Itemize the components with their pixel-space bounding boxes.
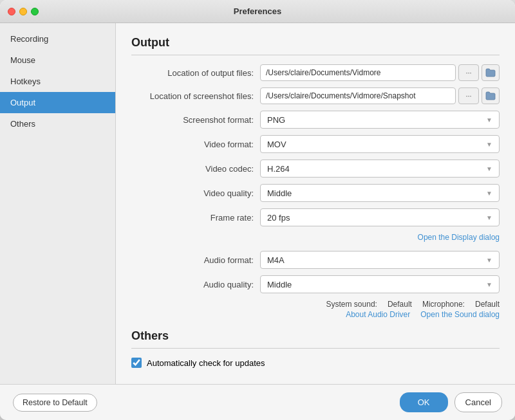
microphone-value: Default	[475, 300, 500, 309]
auto-update-label: Automatically check for updates	[147, 358, 265, 368]
system-sound-label: System sound:	[326, 300, 377, 309]
open-display-dialog-link[interactable]: Open the Display dialog	[418, 233, 500, 242]
video-format-value: MOV	[267, 140, 286, 149]
frame-rate-row: Frame rate: 20 fps ▼	[131, 208, 500, 226]
video-codec-value: H.264	[267, 164, 290, 174]
screenshot-files-folder-btn[interactable]	[482, 87, 500, 104]
auto-update-row: Automatically check for updates	[131, 358, 500, 368]
open-sound-dialog-link[interactable]: Open the Sound dialog	[420, 310, 500, 319]
content-wrapper: Output Location of output files: ···	[116, 23, 515, 384]
chevron-down-icon-7: ▼	[486, 281, 492, 288]
video-format-dropdown[interactable]: MOV ▼	[260, 135, 500, 153]
audio-format-dropdown[interactable]: M4A ▼	[260, 251, 500, 269]
frame-rate-value: 20 fps	[267, 213, 290, 223]
chevron-down-icon-2: ▼	[486, 141, 492, 148]
audio-format-label: Audio format:	[131, 255, 260, 265]
video-quality-dropdown[interactable]: Middle ▼	[260, 184, 500, 202]
output-files-row: Location of output files: ···	[131, 64, 500, 81]
system-sound-value: Default	[388, 300, 412, 309]
content-area: Output Location of output files: ···	[116, 23, 515, 381]
video-codec-label: Video codec:	[131, 164, 260, 174]
screenshot-files-more-btn[interactable]: ···	[458, 87, 479, 104]
video-quality-value: Middle	[267, 188, 292, 198]
screenshot-files-input[interactable]	[260, 87, 456, 104]
audio-quality-row: Audio quality: Middle ▼	[131, 275, 500, 293]
ok-button[interactable]: OK	[400, 392, 448, 412]
screenshot-files-label: Location of screenshot files:	[131, 91, 260, 101]
cancel-button[interactable]: Cancel	[454, 392, 502, 412]
sidebar: Recording Mouse Hotkeys Output Others	[0, 23, 116, 384]
audio-format-value: M4A	[267, 255, 285, 265]
chevron-down-icon-4: ▼	[486, 190, 492, 197]
frame-rate-dropdown[interactable]: 20 fps ▼	[260, 208, 500, 226]
footer-buttons: OK Cancel	[400, 392, 502, 412]
audio-format-row: Audio format: M4A ▼	[131, 251, 500, 269]
main-content: Recording Mouse Hotkeys Output Others Ou…	[0, 23, 515, 384]
chevron-down-icon-5: ▼	[486, 214, 492, 221]
video-quality-row: Video quality: Middle ▼	[131, 184, 500, 202]
window-title: Preferences	[234, 6, 281, 16]
screenshot-format-value: PNG	[267, 115, 285, 125]
video-codec-dropdown[interactable]: H.264 ▼	[260, 160, 500, 178]
auto-update-checkbox[interactable]	[131, 358, 142, 368]
audio-links-row: About Audio Driver Open the Sound dialog	[131, 310, 500, 319]
sidebar-item-recording[interactable]: Recording	[0, 28, 115, 50]
others-section-title: Others	[131, 329, 500, 349]
screenshot-files-row: Location of screenshot files: ···	[131, 87, 500, 104]
output-files-input[interactable]	[260, 64, 456, 81]
chevron-down-icon-6: ▼	[486, 257, 492, 264]
chevron-down-icon: ▼	[486, 116, 492, 123]
sidebar-item-output[interactable]: Output	[0, 92, 115, 113]
minimize-button[interactable]	[19, 8, 27, 15]
audio-quality-dropdown[interactable]: Middle ▼	[260, 275, 500, 293]
chevron-down-icon-3: ▼	[486, 165, 492, 172]
audio-info-row: System sound: Default Microphone: Defaul…	[131, 300, 500, 309]
output-files-field: ···	[260, 64, 500, 81]
screenshot-format-dropdown[interactable]: PNG ▼	[260, 111, 500, 129]
output-files-label: Location of output files:	[131, 68, 260, 78]
folder-icon-2	[485, 91, 496, 100]
output-files-more-btn[interactable]: ···	[458, 64, 479, 81]
close-button[interactable]	[8, 8, 15, 15]
restore-default-button[interactable]: Restore to Default	[13, 394, 97, 412]
maximize-button[interactable]	[31, 8, 39, 15]
sidebar-item-hotkeys[interactable]: Hotkeys	[0, 71, 115, 92]
microphone-label: Microphone:	[422, 300, 465, 309]
screenshot-files-field: ···	[260, 87, 500, 104]
display-dialog-row: Open the Display dialog	[131, 233, 500, 242]
audio-quality-label: Audio quality:	[131, 280, 260, 289]
footer: Restore to Default OK Cancel	[0, 384, 515, 420]
sidebar-item-others[interactable]: Others	[0, 113, 115, 134]
video-quality-label: Video quality:	[131, 188, 260, 198]
traffic-lights	[8, 8, 39, 15]
titlebar: Preferences	[0, 0, 515, 23]
frame-rate-label: Frame rate:	[131, 213, 260, 223]
output-files-folder-btn[interactable]	[482, 64, 500, 81]
video-format-label: Video format:	[131, 140, 260, 149]
others-section: Others Automatically check for updates	[131, 329, 500, 368]
folder-icon	[485, 68, 496, 77]
screenshot-format-label: Screenshot format:	[131, 115, 260, 125]
audio-quality-value: Middle	[267, 280, 292, 289]
preferences-window: Preferences Recording Mouse Hotkeys Outp…	[0, 0, 515, 420]
video-codec-row: Video codec: H.264 ▼	[131, 160, 500, 178]
output-section-title: Output	[131, 36, 500, 55]
video-format-row: Video format: MOV ▼	[131, 135, 500, 153]
about-audio-driver-link[interactable]: About Audio Driver	[346, 310, 410, 319]
sidebar-item-mouse[interactable]: Mouse	[0, 50, 115, 71]
screenshot-format-row: Screenshot format: PNG ▼	[131, 111, 500, 129]
